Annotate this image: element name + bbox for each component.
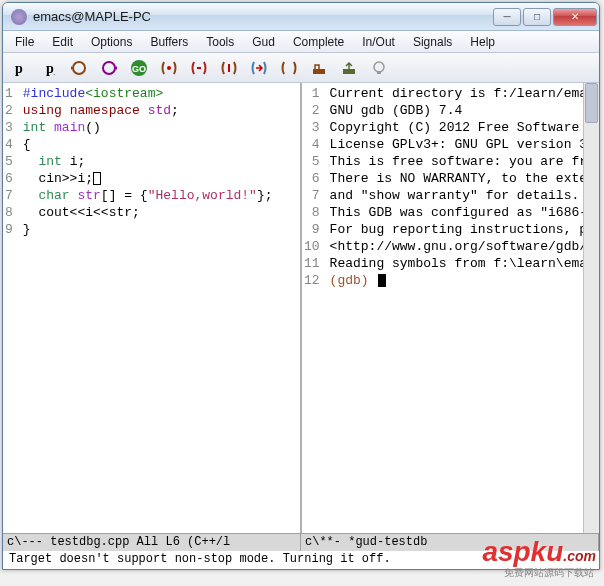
modeline-right[interactable]: c\**- *gud-testdb bbox=[301, 534, 599, 551]
modeline: c\--- testdbg.cpp All L6 (C++/l c\**- *g… bbox=[3, 533, 599, 551]
app-icon bbox=[11, 9, 27, 25]
app-window: emacs@MAPLE-PC ─ □ ✕ FileEditOptionsBuff… bbox=[2, 2, 600, 570]
loop1-icon[interactable] bbox=[69, 58, 89, 78]
close-button[interactable]: ✕ bbox=[553, 8, 597, 26]
menu-tools[interactable]: Tools bbox=[198, 33, 242, 51]
toolbar: pp.GO bbox=[3, 53, 599, 83]
svg-point-4 bbox=[103, 62, 115, 74]
loop2-icon[interactable] bbox=[99, 58, 119, 78]
scrollbar-thumb[interactable] bbox=[585, 83, 598, 123]
menu-buffers[interactable]: Buffers bbox=[142, 33, 196, 51]
svg-point-3 bbox=[73, 62, 85, 74]
menubar: FileEditOptionsBuffersToolsGudCompleteIn… bbox=[3, 31, 599, 53]
menu-complete[interactable]: Complete bbox=[285, 33, 352, 51]
source-pane[interactable]: 123456789 #include<iostream>using namesp… bbox=[3, 83, 302, 533]
scrollbar-right[interactable] bbox=[583, 83, 599, 533]
skip4-icon[interactable] bbox=[249, 58, 269, 78]
modeline-left[interactable]: c\--- testdbg.cpp All L6 (C++/l bbox=[3, 534, 301, 551]
svg-point-10 bbox=[374, 62, 384, 72]
menu-options[interactable]: Options bbox=[83, 33, 140, 51]
line-gutter-right: 123456789101112 bbox=[302, 83, 326, 533]
source-code[interactable]: #include<iostream>using namespace std;in… bbox=[19, 83, 277, 533]
bulb-icon[interactable] bbox=[369, 58, 389, 78]
menu-file[interactable]: File bbox=[7, 33, 42, 51]
svg-point-7 bbox=[167, 66, 171, 70]
go-green-icon[interactable]: GO bbox=[129, 58, 149, 78]
menu-help[interactable]: Help bbox=[462, 33, 503, 51]
svg-text:.: . bbox=[53, 68, 55, 77]
skip2-icon[interactable] bbox=[189, 58, 209, 78]
skip3-icon[interactable] bbox=[219, 58, 239, 78]
titlebar[interactable]: emacs@MAPLE-PC ─ □ ✕ bbox=[3, 3, 599, 31]
gdb-pane[interactable]: 123456789101112 Current directory is f:/… bbox=[302, 83, 599, 533]
watermark-subtitle: 免费网站源码下载站 bbox=[504, 566, 594, 580]
menu-signals[interactable]: Signals bbox=[405, 33, 460, 51]
p-bold-icon[interactable]: p bbox=[9, 58, 29, 78]
editor-area: 123456789 #include<iostream>using namesp… bbox=[3, 83, 599, 533]
line-gutter-left: 123456789 bbox=[3, 83, 19, 533]
svg-rect-8 bbox=[313, 69, 325, 74]
svg-text:GO: GO bbox=[132, 64, 146, 74]
misc1-icon[interactable] bbox=[309, 58, 329, 78]
svg-rect-11 bbox=[377, 71, 381, 74]
skip5-icon[interactable] bbox=[279, 58, 299, 78]
gdb-output[interactable]: Current directory is f:/learn/emaGNU gdb… bbox=[326, 83, 584, 533]
svg-rect-9 bbox=[343, 69, 355, 74]
svg-text:p: p bbox=[15, 61, 23, 76]
minimize-button[interactable]: ─ bbox=[493, 8, 521, 26]
menu-edit[interactable]: Edit bbox=[44, 33, 81, 51]
menu-gud[interactable]: Gud bbox=[244, 33, 283, 51]
maximize-button[interactable]: □ bbox=[523, 8, 551, 26]
window-title: emacs@MAPLE-PC bbox=[33, 9, 493, 24]
misc2-icon[interactable] bbox=[339, 58, 359, 78]
skip1-icon[interactable] bbox=[159, 58, 179, 78]
p-sub-icon[interactable]: p. bbox=[39, 58, 59, 78]
menu-inout[interactable]: In/Out bbox=[354, 33, 403, 51]
